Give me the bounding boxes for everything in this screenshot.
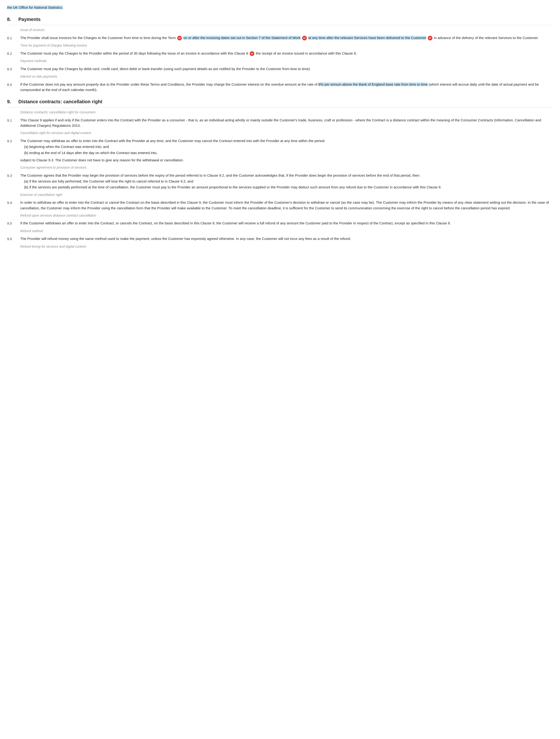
section-9-heading: Distance contracts: cancellation right bbox=[18, 98, 102, 105]
section-8-title: 8. Payments bbox=[7, 16, 553, 25]
label-issue-invoices: Issue of invoices bbox=[7, 27, 553, 33]
label-exercise-cancellation: Exercise of cancellation right bbox=[7, 192, 553, 197]
subsection-9-6-content: The Provider will refund money using the… bbox=[20, 236, 553, 242]
subsection-9-3-a: (a) if the services are fully performed,… bbox=[24, 178, 553, 184]
section-9-title: 9. Distance contracts: cancellation righ… bbox=[7, 98, 553, 108]
subsection-8-1: 8.1 The Provider shall issue invoices fo… bbox=[7, 35, 553, 41]
section-8-heading: Payments bbox=[18, 16, 41, 23]
subsection-8-3: 8.3 The Customer must pay the Charges by… bbox=[7, 66, 553, 72]
label-payment-methods: Payment methods bbox=[7, 58, 553, 64]
subsection-8-4-content: If the Customer does not pay any amount … bbox=[20, 82, 553, 93]
subsection-9-2-b: (b) ending at the end of 14 days after t… bbox=[24, 150, 553, 155]
subsection-9-2: 9.2 The Customer may withdraw an offer t… bbox=[7, 138, 553, 163]
subsection-9-4-number: 9.4 bbox=[7, 200, 16, 211]
subsection-8-3-content: The Customer must pay the Charges by deb… bbox=[20, 66, 553, 72]
subsection-9-6: 9.6 The Provider will refund money using… bbox=[7, 236, 553, 242]
label-interest-late: Interest on late payments bbox=[7, 74, 553, 79]
label-time-payment: Time for payment of charges following in… bbox=[7, 43, 553, 48]
subsection-9-5-content: If the Customer withdraws an offer to en… bbox=[20, 220, 553, 226]
highlight-8-4: 8% per annum above the Bank of England b… bbox=[318, 82, 428, 86]
or-badge-2: or bbox=[302, 36, 307, 40]
subsection-9-1-number: 9.1 bbox=[7, 117, 16, 128]
or-badge-3: or bbox=[428, 36, 432, 40]
subsection-8-1-content: The Provider shall issue invoices for th… bbox=[20, 35, 553, 41]
label-distance-consumers: Distance contracts: cancellation right f… bbox=[7, 110, 553, 115]
subsection-9-4-content: In order to withdraw an offer to enter i… bbox=[20, 200, 553, 211]
subsection-8-4-number: 8.4 bbox=[7, 82, 16, 93]
label-consumer-agreement: Consumer agreement to provision of servi… bbox=[7, 165, 553, 170]
subsection-8-4: 8.4 If the Customer does not pay any amo… bbox=[7, 82, 553, 93]
subsection-9-3: 9.3 The Customer agrees that the Provide… bbox=[7, 173, 553, 190]
subsection-8-2: 8.2 The Customer must pay the Charges to… bbox=[7, 50, 553, 56]
subsection-9-2-content: The Customer may withdraw an offer to en… bbox=[20, 138, 553, 163]
subsection-8-1-number: 8.1 bbox=[7, 35, 16, 41]
subsection-9-2-number: 9.2 bbox=[7, 138, 16, 163]
or-badge-1: or bbox=[177, 36, 182, 40]
section-8-number: 8. bbox=[7, 16, 15, 23]
label-cancellation-right-services: Cancellation right for services and digi… bbox=[7, 131, 553, 136]
top-highlight-text: the UK Office for National Statistics. bbox=[7, 5, 553, 10]
subsection-9-1: 9.1 This Clause 9 applies if and only if… bbox=[7, 117, 553, 128]
subsection-9-1-content: This Clause 9 applies if and only if the… bbox=[20, 117, 553, 128]
section-8: 8. Payments Issue of invoices 8.1 The Pr… bbox=[7, 16, 553, 93]
subsection-8-3-number: 8.3 bbox=[7, 66, 16, 72]
subsection-9-3-content: The Customer agrees that the Provider ma… bbox=[20, 173, 553, 190]
subsection-9-5: 9.5 If the Customer withdraws an offer t… bbox=[7, 220, 553, 226]
subsection-8-2-content: The Customer must pay the Charges to the… bbox=[20, 50, 553, 56]
subsection-9-3-number: 9.3 bbox=[7, 173, 16, 190]
subsection-8-2-number: 8.2 bbox=[7, 50, 16, 56]
label-refund-method: Refund method bbox=[7, 229, 553, 234]
highlight-8-1a: on or after the invoicing dates set out … bbox=[183, 36, 300, 40]
or-badge-4: or bbox=[250, 51, 254, 56]
subsection-9-2-subject: subject to Clause 9.3. The Customer does… bbox=[20, 157, 553, 163]
subsection-9-6-number: 9.6 bbox=[7, 236, 16, 242]
section-9: 9. Distance contracts: cancellation righ… bbox=[7, 98, 553, 249]
label-refund-timing: Refund timing for services and digital c… bbox=[7, 244, 553, 249]
subsection-9-4: 9.4 In order to withdraw an offer to ent… bbox=[7, 200, 553, 211]
label-refund-services: Refund upon services distance contract c… bbox=[7, 213, 553, 218]
highlight-8-1b: at any time after the relevant Services … bbox=[308, 36, 426, 40]
subsection-9-5-number: 9.5 bbox=[7, 220, 16, 226]
section-9-number: 9. bbox=[7, 98, 15, 105]
subsection-9-2-a: (a) beginning when the Contract was ente… bbox=[24, 144, 553, 149]
subsection-9-3-b: (b) if the services are partially perfor… bbox=[24, 184, 553, 190]
